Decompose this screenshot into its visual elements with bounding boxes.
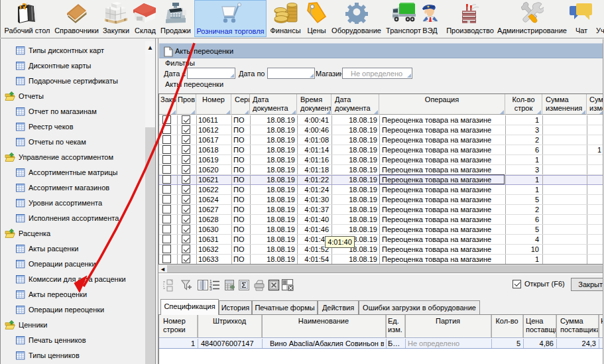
svg-text:3: 3 xyxy=(210,286,212,291)
